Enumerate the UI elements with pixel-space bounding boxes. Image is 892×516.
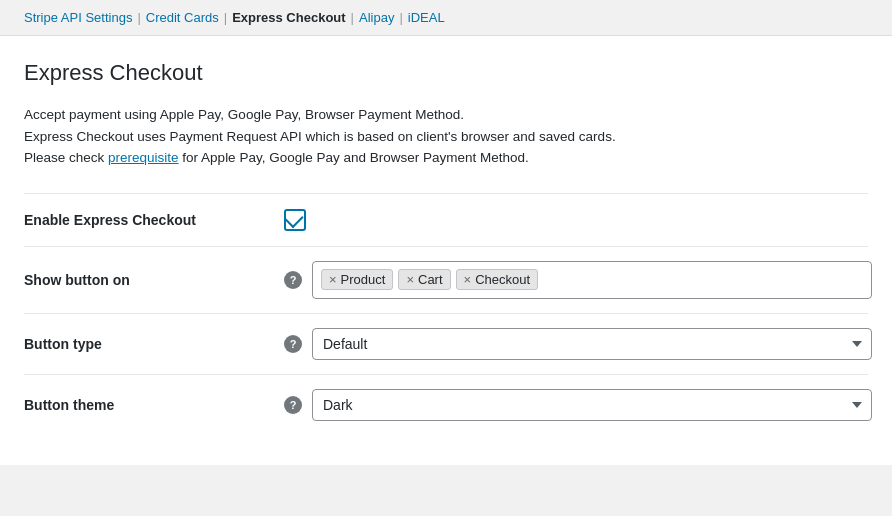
button-type-help-icon[interactable]: ? <box>284 335 302 353</box>
nav-sep-3: | <box>351 10 354 25</box>
nav-link-stripe-api[interactable]: Stripe API Settings <box>24 10 132 25</box>
nav-sep-2: | <box>224 10 227 25</box>
main-content: Express Checkout Accept payment using Ap… <box>0 36 892 465</box>
desc-line2: Express Checkout uses Payment Request AP… <box>24 126 868 148</box>
page-title: Express Checkout <box>24 60 868 86</box>
nav-bar: Stripe API Settings | Credit Cards | Exp… <box>0 0 892 36</box>
nav-link-credit-cards[interactable]: Credit Cards <box>146 10 219 25</box>
enable-checkbox[interactable] <box>284 209 306 231</box>
prerequisite-link[interactable]: prerequisite <box>108 150 179 165</box>
button-type-control: ? Default Buy Donate <box>284 314 872 374</box>
button-type-select[interactable]: Default Buy Donate <box>312 328 872 360</box>
tag-checkout[interactable]: × Checkout <box>456 269 539 290</box>
button-theme-control: ? Dark Light Light-outline <box>284 375 872 435</box>
button-theme-select-wrapper: Dark Light Light-outline <box>312 389 872 421</box>
desc-line3-before: Please check <box>24 150 108 165</box>
enable-row: Enable Express Checkout <box>24 194 868 246</box>
button-theme-label: Button theme <box>24 379 284 431</box>
tag-product-remove[interactable]: × <box>329 273 337 286</box>
button-theme-section: Button theme ? Dark Light Light-outline <box>24 374 868 435</box>
show-button-row: Show button on ? × Product × Cart × Chec… <box>24 247 868 313</box>
button-type-label: Button type <box>24 318 284 370</box>
button-type-row: Button type ? Default Buy Donate <box>24 314 868 374</box>
tag-cart[interactable]: × Cart <box>398 269 450 290</box>
tag-cart-label: Cart <box>418 272 443 287</box>
tag-checkout-remove[interactable]: × <box>464 273 472 286</box>
enable-control <box>284 195 868 245</box>
show-button-section: Show button on ? × Product × Cart × Chec… <box>24 246 868 313</box>
nav-sep-4: | <box>399 10 402 25</box>
tag-product[interactable]: × Product <box>321 269 393 290</box>
button-theme-help-icon[interactable]: ? <box>284 396 302 414</box>
button-theme-select[interactable]: Dark Light Light-outline <box>312 389 872 421</box>
enable-section: Enable Express Checkout <box>24 193 868 246</box>
show-button-help-icon[interactable]: ? <box>284 271 302 289</box>
show-button-control: ? × Product × Cart × Checkout <box>284 247 872 313</box>
tag-input-area[interactable]: × Product × Cart × Checkout <box>312 261 872 299</box>
button-type-select-wrapper: Default Buy Donate <box>312 328 872 360</box>
tag-cart-remove[interactable]: × <box>406 273 414 286</box>
desc-line3: Please check prerequisite for Apple Pay,… <box>24 147 868 169</box>
nav-sep-1: | <box>137 10 140 25</box>
enable-label: Enable Express Checkout <box>24 194 284 246</box>
tag-product-label: Product <box>341 272 386 287</box>
tag-checkout-label: Checkout <box>475 272 530 287</box>
button-type-section: Button type ? Default Buy Donate <box>24 313 868 374</box>
desc-line1: Accept payment using Apple Pay, Google P… <box>24 104 868 126</box>
nav-current-express-checkout: Express Checkout <box>232 10 345 25</box>
nav-link-alipay[interactable]: Alipay <box>359 10 394 25</box>
button-theme-row: Button theme ? Dark Light Light-outline <box>24 375 868 435</box>
desc-line3-after: for Apple Pay, Google Pay and Browser Pa… <box>179 150 529 165</box>
show-button-label: Show button on <box>24 254 284 306</box>
nav-link-ideal[interactable]: iDEAL <box>408 10 445 25</box>
description-block: Accept payment using Apple Pay, Google P… <box>24 104 868 169</box>
